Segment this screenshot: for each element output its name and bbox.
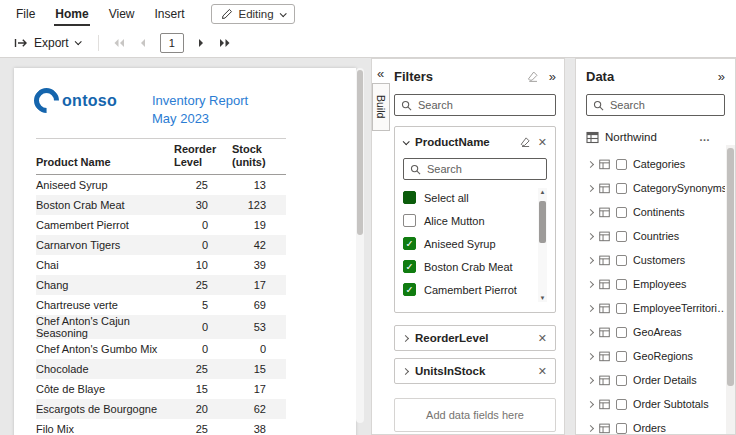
filters-search-box[interactable] [394,94,556,116]
tree-item-employeeterritories[interactable]: EmployeeTerritori… [586,296,725,320]
table-row[interactable]: Aniseed Syrup2513 [36,175,286,195]
next-page-button[interactable] [198,38,205,48]
filter-checkbox-item[interactable]: ✓ Aniseed Syrup [403,232,533,255]
remove-filter-icon[interactable]: ✕ [538,366,547,377]
table-row[interactable]: Filo Mix2538 [36,419,286,435]
filter-checkbox-item[interactable]: Select all [403,186,533,209]
table-row[interactable]: Chang2517 [36,275,286,295]
data-pane-scrollbar-thumb[interactable] [727,148,734,386]
column-header-product-name[interactable]: Product Name [36,139,166,175]
remove-filter-icon[interactable]: ✕ [538,137,547,148]
menu-home[interactable]: Home [45,1,98,27]
collapse-pane-icon[interactable]: « [377,66,384,81]
checkbox-partial-icon[interactable] [403,191,416,204]
checkbox-unchecked-icon[interactable] [616,375,627,386]
editing-mode-dropdown[interactable]: Editing [211,4,295,24]
tree-item-categorysynonyms[interactable]: CategorySynonyms [586,176,725,200]
menu-view[interactable]: View [99,1,145,27]
remove-filter-icon[interactable]: ✕ [538,333,547,344]
chevron-right-icon[interactable] [587,352,594,359]
export-button[interactable]: Export [10,33,84,53]
checkbox-unchecked-icon[interactable] [616,279,627,290]
table-row[interactable]: Côte de Blaye1517 [36,379,286,399]
checkbox-unchecked-icon[interactable] [616,159,627,170]
table-row[interactable]: Camembert Pierrot019 [36,215,286,235]
clear-all-filters-icon[interactable] [526,70,539,83]
checkbox-unchecked-icon[interactable] [616,423,627,434]
checkbox-unchecked-icon[interactable] [616,183,627,194]
data-search-input[interactable] [610,99,718,111]
filter-checkbox-item[interactable]: Alice Mutton [403,209,533,232]
tree-item-orders[interactable]: Orders [586,416,725,435]
more-options-icon[interactable]: … [699,131,711,143]
tree-item-order-subtotals[interactable]: Order Subtotals [586,392,725,416]
column-header-stock[interactable]: Stock (units) [224,139,286,175]
canvas-scrollbar[interactable] [356,68,364,423]
tree-item-categories[interactable]: Categories [586,152,725,176]
filter-checkbox-item[interactable]: ✓ Camembert Pierrot [403,278,533,301]
last-page-button[interactable] [219,38,231,48]
tree-item-employees[interactable]: Employees [586,272,725,296]
filter-card-unitsinstock[interactable]: UnitsInStock ✕ [394,358,556,384]
checkbox-unchecked-icon[interactable] [616,303,627,314]
tree-item-countries[interactable]: Countries [586,224,725,248]
chevron-right-icon[interactable] [587,208,594,215]
previous-page-button[interactable] [139,38,146,48]
checkbox-checked-icon[interactable]: ✓ [403,237,416,250]
table-row[interactable]: Boston Crab Meat30123 [36,195,286,215]
expand-pane-icon[interactable]: » [718,70,725,83]
table-row[interactable]: Chef Anton's Gumbo Mix00 [36,339,286,359]
table-row[interactable]: Carnarvon Tigers042 [36,235,286,255]
filter-checkbox-item[interactable]: ✓ Boston Crab Meat [403,255,533,278]
table-row[interactable]: Chef Anton's Cajun Seasoning053 [36,315,286,339]
checkbox-unchecked-icon[interactable] [616,231,627,242]
checkbox-checked-icon[interactable]: ✓ [403,283,416,296]
chevron-right-icon[interactable] [587,184,594,191]
current-page-indicator[interactable]: 1 [160,33,184,53]
tree-item-customers[interactable]: Customers [586,248,725,272]
checkbox-unchecked-icon[interactable] [616,399,627,410]
filter-value-search-input[interactable] [427,163,540,175]
tree-item-continents[interactable]: Continents [586,200,725,224]
chevron-right-icon[interactable] [587,160,594,167]
column-header-reorder-level[interactable]: Reorder Level [166,139,224,175]
scroll-down-icon[interactable]: ▼ [540,295,546,301]
filter-card-header[interactable]: ProductName ✕ [403,134,547,150]
add-data-fields-dropzone[interactable]: Add data fields here [394,398,556,432]
filter-value-search-box[interactable] [403,158,547,180]
filter-card-reorderlevel[interactable]: ReorderLevel ✕ [394,325,556,351]
menu-insert[interactable]: Insert [144,1,194,27]
chevron-right-icon[interactable] [587,280,594,287]
table-row[interactable]: Escargots de Bourgogne2062 [36,399,286,419]
scroll-up-icon[interactable]: ▲ [540,189,546,195]
data-search-box[interactable] [586,94,725,116]
chevron-right-icon[interactable] [587,328,594,335]
tree-item-georegions[interactable]: GeoRegions [586,344,725,368]
chevron-right-icon[interactable] [587,424,594,431]
table-row[interactable]: Chocolade2515 [36,359,286,379]
chevron-right-icon[interactable] [587,376,594,383]
checkbox-unchecked-icon[interactable] [616,351,627,362]
canvas-scrollbar-thumb[interactable] [357,70,363,235]
build-pane-tab[interactable]: Build [372,83,390,131]
filter-list-scrollbar-thumb[interactable] [539,201,546,243]
checkbox-unchecked-icon[interactable] [616,327,627,338]
clear-filter-icon[interactable] [519,136,531,148]
tree-item-order-details[interactable]: Order Details [586,368,725,392]
first-page-button[interactable] [113,38,125,48]
chevron-right-icon[interactable] [587,232,594,239]
checkbox-unchecked-icon[interactable] [616,207,627,218]
table-row[interactable]: Chai1039 [36,255,286,275]
chevron-right-icon[interactable] [587,256,594,263]
chevron-right-icon[interactable] [587,400,594,407]
table-row[interactable]: Chartreuse verte569 [36,295,286,315]
semantic-model-row[interactable]: Northwind … [586,128,725,146]
checkbox-unchecked-icon[interactable] [403,214,416,227]
data-pane-scrollbar[interactable] [726,145,735,434]
chevron-right-icon[interactable] [587,304,594,311]
checkbox-checked-icon[interactable]: ✓ [403,260,416,273]
tree-item-geoareas[interactable]: GeoAreas [586,320,725,344]
expand-pane-icon[interactable]: » [549,70,556,83]
filters-search-input[interactable] [418,99,549,111]
checkbox-unchecked-icon[interactable] [616,255,627,266]
